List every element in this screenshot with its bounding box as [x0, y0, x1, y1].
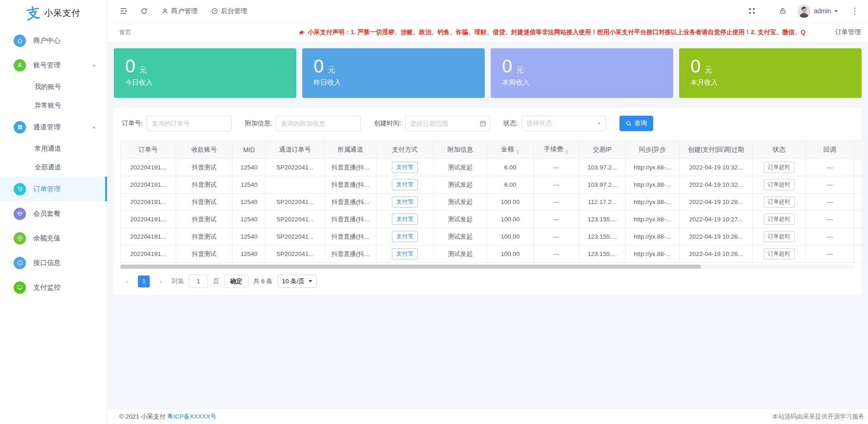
next-page-button[interactable]: ›: [155, 276, 167, 287]
notice-marquee: 小呆支付声明：1. 严禁一切淫秽、涉赌、政治、钓鱼、诈骗、理财、借贷、封建迷信等…: [131, 28, 829, 36]
sidebar-item-label: 会员套餐: [33, 209, 61, 218]
sidebar-item-order-management[interactable]: 订单管理: [0, 177, 107, 201]
chevron-up-icon: ▲: [91, 125, 96, 129]
cell-text: 测试发起: [448, 164, 472, 171]
icp-link[interactable]: 粤ICP备XXXXX号: [167, 413, 216, 420]
logo[interactable]: 支 小呆支付: [0, 0, 107, 26]
cell-text: 123.155....: [588, 216, 617, 223]
extra-info-input[interactable]: [276, 116, 361, 131]
order-no-label: 订单号:: [122, 119, 143, 128]
sidebar-subitem-my-account[interactable]: 我的账号: [0, 77, 107, 96]
cart-icon: [14, 183, 26, 195]
cell-text: ---: [827, 164, 833, 171]
lock-icon[interactable]: [779, 7, 787, 15]
sidebar-item-payment-monitor[interactable]: 支付监控: [0, 275, 107, 300]
refresh-icon[interactable]: [140, 7, 148, 15]
cell-text: ---: [827, 181, 833, 188]
breadcrumb-bar: 首页 小呆支付声明：1. 严禁一切淫秽、涉赌、政治、钓鱼、诈骗、理财、借贷、封建…: [107, 22, 868, 42]
stat-cards: 0元今日收入0元昨日收入0元本周收入0元本月收入: [114, 48, 862, 98]
status-tag: 订单超时: [764, 179, 795, 190]
breadcrumb-home[interactable]: 首页: [119, 28, 131, 36]
grid-icon: [14, 121, 26, 133]
status-tag: 订单超时: [764, 231, 795, 242]
cell-text: ---: [827, 250, 833, 257]
info-icon: [14, 257, 26, 269]
search-button[interactable]: 查询: [619, 116, 653, 131]
table-row: 202204191...抖音测试12540SP2022041...抖音直播(抖.…: [121, 228, 866, 245]
col-header: MID: [233, 141, 266, 159]
order-no-input[interactable]: [147, 116, 232, 131]
sidebar-item-member-packages[interactable]: 会员套餐: [0, 201, 107, 226]
cell-text: 100.00: [501, 233, 519, 240]
cell-text: 202204191...: [130, 233, 166, 240]
sidebar-subitem-all-channels[interactable]: 全部通道: [0, 158, 107, 177]
cell-spacer: [854, 245, 866, 263]
sidebar-item-merchant-center[interactable]: 商户中心: [0, 28, 107, 53]
cell-text: 抖音测试: [192, 250, 217, 257]
pagination: ‹ 1 › 到第 页 确定 共 6 条 10 条/页: [120, 269, 855, 290]
cell-text: http://yx.88-...: [634, 233, 671, 240]
chevron-down-icon: [309, 280, 312, 282]
more-options-icon[interactable]: ⋮: [849, 6, 861, 16]
search-icon: [625, 120, 632, 127]
fullscreen-icon[interactable]: [748, 7, 756, 15]
footer: © 2021 小呆支付 粤ICP备XXXXX号 本站源码由呆呆提供开源学习服务: [107, 409, 868, 424]
sidebar-item-account-management[interactable]: 账号管理▲: [0, 53, 107, 77]
calendar-icon[interactable]: [479, 120, 487, 127]
sort-icons[interactable]: ▲▼: [516, 149, 519, 155]
coin-icon: [14, 232, 26, 245]
current-page[interactable]: 1: [138, 276, 150, 287]
cell-text: 测试发起: [448, 199, 472, 205]
tab-order-management[interactable]: 订单管理: [835, 28, 861, 36]
status-select[interactable]: 选择状态 ▼: [522, 116, 606, 131]
horizontal-scrollbar-thumb[interactable]: [120, 265, 701, 269]
cell-text: SP2022041...: [276, 164, 314, 171]
stat-unit: 元: [705, 66, 712, 75]
page-size-select[interactable]: 10 条/页: [278, 275, 317, 288]
cell-text: ---: [553, 181, 559, 188]
collapse-menu-icon[interactable]: [119, 7, 127, 15]
col-header[interactable]: 手续费▲▼: [534, 141, 579, 159]
status-tag: 订单超时: [764, 196, 795, 208]
chevron-up-icon: ▲: [91, 63, 96, 67]
person-icon: [162, 8, 168, 15]
sidebar-item-balance-recharge[interactable]: 余额充值: [0, 226, 107, 250]
topbar-menu-merchant-admin[interactable]: 商户管理: [162, 7, 198, 15]
topbar-menu-backend-admin[interactable]: 后台管理: [211, 7, 247, 15]
goto-page-input[interactable]: [189, 275, 208, 288]
sort-icons[interactable]: ▲▼: [565, 149, 569, 155]
cell-text: 12540: [240, 181, 258, 188]
sidebar-subitem-abnormal-account[interactable]: 异常账号: [0, 96, 107, 115]
date-range-input[interactable]: [405, 116, 490, 131]
prev-page-button[interactable]: ‹: [121, 276, 133, 287]
cell-text: ---: [553, 233, 559, 240]
col-header[interactable]: 金额▲▼: [487, 141, 534, 159]
cell-text: 202204191...: [130, 199, 166, 205]
monitor-icon: [14, 281, 26, 294]
cell-text: 2022-04-19 10:26...: [689, 250, 743, 257]
table-row: 202204191...抖音测试12540SP2022041...抖音直播(抖.…: [121, 211, 866, 228]
col-header: 状态: [753, 141, 806, 159]
cell-text: 12540: [240, 164, 258, 171]
cell-text: 2022-04-19 10:27...: [689, 216, 743, 223]
copyright-text: © 2021 小呆支付: [119, 413, 165, 420]
sidebar: 支 小呆支付 商户中心账号管理▲我的账号异常账号通道管理▲常用通道全部通道订单管…: [0, 0, 107, 424]
stat-value: 0: [125, 56, 135, 77]
cell-text: http://yx.88-...: [634, 250, 671, 257]
cell-text: http://yx.88-...: [634, 181, 671, 188]
footer-credit-text: 本站源码由呆呆提供开源学习服务: [772, 413, 865, 421]
cell-text: 100.00: [501, 250, 519, 257]
cell-text: 抖音直播(抖...: [331, 199, 369, 205]
sidebar-subitem-common-channels[interactable]: 常用通道: [0, 139, 107, 158]
confirm-page-button[interactable]: 确定: [224, 275, 249, 288]
user-menu[interactable]: admin ▼: [797, 5, 838, 18]
sidebar-item-channel-management[interactable]: 通道管理▲: [0, 115, 107, 139]
stat-card-0: 0元今日收入: [114, 48, 296, 98]
total-count: 共 6 条: [254, 277, 273, 286]
cell-text: 抖音直播(抖...: [331, 250, 369, 257]
sidebar-item-api-info[interactable]: 接口信息: [0, 250, 107, 275]
cell-text: 100.00: [501, 216, 519, 223]
cell-text: 抖音直播(抖...: [331, 233, 369, 240]
cell-text: 123.155....: [588, 233, 617, 240]
orders-panel: 订单号: 附加信息: 创建时间: 状态:: [114, 107, 862, 295]
